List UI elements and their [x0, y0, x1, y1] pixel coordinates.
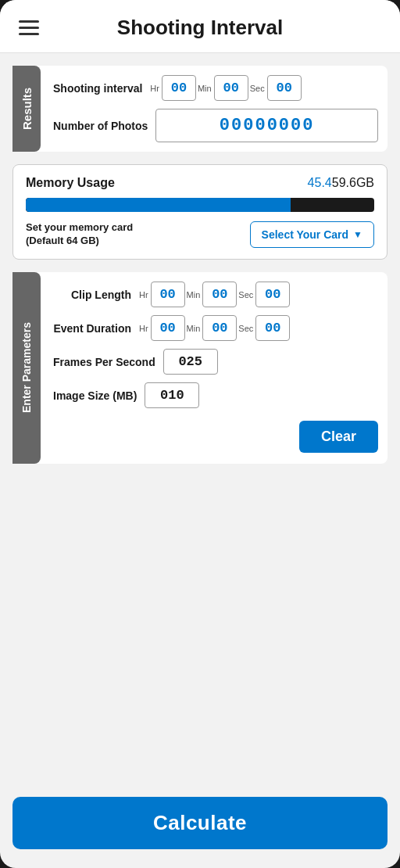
phone-frame: Shooting Interval Results Shooting inter…	[0, 0, 400, 868]
memory-total-value: 59.6GB	[332, 176, 374, 189]
sec-label-1: Sec	[250, 84, 265, 93]
event-sec-box[interactable]: 00	[255, 315, 290, 341]
results-section: Results Shooting interval Hr 00 Min 00	[12, 66, 388, 152]
clip-hr-box[interactable]: 00	[151, 282, 185, 307]
clip-length-label: Clip Length	[53, 289, 131, 301]
hr-label-3: Hr	[139, 324, 148, 333]
image-size-value[interactable]: 010	[145, 382, 199, 408]
results-sidebar-label: Results	[12, 66, 41, 152]
event-duration-row: Event Duration Hr 00 Min 00 Sec 00	[53, 315, 378, 341]
shooting-interval-label: Shooting interval	[53, 82, 142, 95]
event-hr-unit: Hr 00	[139, 315, 185, 341]
memory-used-value: 45.4	[308, 176, 332, 189]
page-title: Shooting Interval	[42, 16, 384, 40]
number-of-photos-label: Number of Photos	[53, 120, 148, 132]
shooting-sec-unit: Sec 00	[250, 75, 302, 101]
event-min-box[interactable]: 00	[202, 315, 237, 341]
memory-header: Memory Usage 45.459.6GB	[26, 176, 374, 190]
shooting-hr-box[interactable]: 00	[162, 75, 196, 101]
calculate-button[interactable]: Calculate	[12, 797, 388, 849]
select-card-label: Select Your Card	[262, 228, 349, 241]
chevron-down-icon: ▼	[353, 229, 362, 240]
frames-per-second-value[interactable]: 025	[163, 349, 218, 375]
hr-label-1: Hr	[150, 84, 159, 93]
sec-label-2: Sec	[238, 290, 253, 299]
min-label-2: Min	[187, 290, 201, 299]
menu-icon[interactable]	[16, 17, 42, 38]
params-fields: Clip Length Hr 00 Min 00 Sec 00	[41, 272, 388, 464]
number-of-photos-row: Number of Photos 00000000	[53, 109, 378, 142]
clip-sec-unit: Sec 00	[238, 282, 290, 307]
shooting-interval-input: Hr 00 Min 00 Sec 00	[150, 75, 301, 101]
event-min-unit: Min 00	[187, 315, 238, 341]
header: Shooting Interval	[0, 0, 400, 53]
image-size-row: Image Size (MB) 010	[53, 382, 378, 408]
event-hr-box[interactable]: 00	[151, 315, 185, 341]
memory-default-line1: Set your memory card	[26, 221, 133, 233]
event-duration-label: Event Duration	[53, 322, 131, 335]
memory-progress-fill	[26, 198, 291, 212]
event-duration-input: Hr 00 Min 00 Sec 00	[139, 315, 290, 341]
frames-per-second-row: Frames Per Second 025	[53, 349, 378, 375]
clear-button-row: Clear	[53, 416, 378, 453]
memory-footer: Set your memory card (Default 64 GB) Sel…	[26, 221, 374, 248]
shooting-min-box[interactable]: 00	[214, 75, 248, 101]
hr-label-2: Hr	[139, 290, 148, 299]
clip-hr-unit: Hr 00	[139, 282, 185, 307]
min-label-1: Min	[198, 84, 212, 93]
results-fields: Shooting interval Hr 00 Min 00 Sec 00	[41, 66, 388, 152]
memory-values: 45.459.6GB	[308, 176, 374, 190]
shooting-sec-box[interactable]: 00	[267, 75, 302, 101]
number-of-photos-value: 00000000	[155, 109, 378, 142]
params-sidebar-label: Enter Parameters	[12, 272, 41, 464]
frames-per-second-label: Frames Per Second	[53, 356, 155, 368]
clip-min-unit: Min 00	[187, 282, 238, 307]
memory-default-text: Set your memory card (Default 64 GB)	[26, 221, 133, 248]
shooting-min-unit: Min 00	[198, 75, 248, 101]
memory-card: Memory Usage 45.459.6GB Set your memory …	[12, 164, 388, 260]
shooting-hr-unit: Hr 00	[150, 75, 196, 101]
memory-default-line2: (Default 64 GB)	[26, 235, 99, 246]
event-sec-unit: Sec 00	[238, 315, 290, 341]
main-content: Results Shooting interval Hr 00 Min 00	[0, 53, 400, 789]
memory-title: Memory Usage	[26, 176, 115, 190]
memory-progress-bg	[26, 198, 374, 212]
image-size-label: Image Size (MB)	[53, 389, 137, 402]
clear-button[interactable]: Clear	[299, 421, 378, 453]
sec-label-3: Sec	[238, 324, 253, 333]
min-label-3: Min	[187, 324, 201, 333]
shooting-interval-row: Shooting interval Hr 00 Min 00 Sec 00	[53, 75, 378, 101]
params-section: Enter Parameters Clip Length Hr 00 Min 0…	[12, 272, 388, 464]
calculate-section: Calculate	[0, 789, 400, 868]
clip-sec-box[interactable]: 00	[255, 282, 290, 307]
select-card-button[interactable]: Select Your Card ▼	[250, 221, 374, 248]
clip-length-row: Clip Length Hr 00 Min 00 Sec 00	[53, 282, 378, 307]
clip-length-input: Hr 00 Min 00 Sec 00	[139, 282, 290, 307]
clip-min-box[interactable]: 00	[202, 282, 237, 307]
